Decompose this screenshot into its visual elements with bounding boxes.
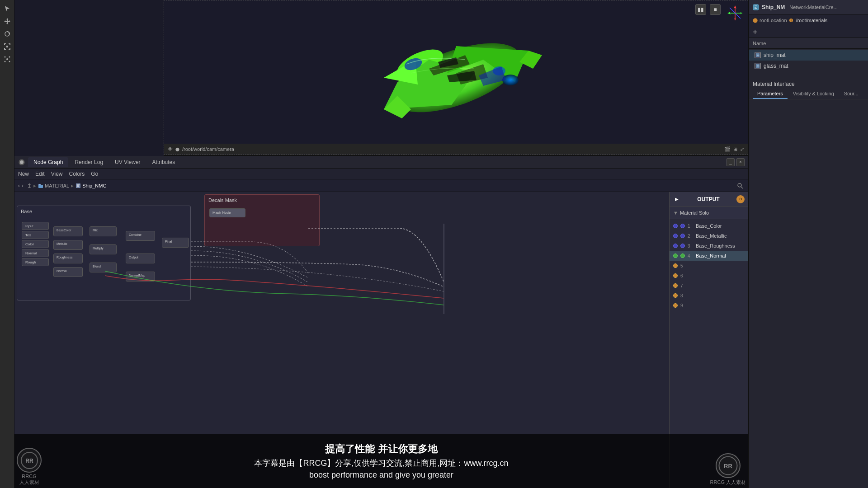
output-item-5[interactable]: 5 — [670, 261, 748, 271]
output-label-3: Base_Roughness — [696, 243, 735, 249]
output-item-1[interactable]: 1 Base_Color — [670, 221, 748, 231]
output-label-4: Base_Normal — [696, 253, 726, 258]
mini-node-4[interactable]: Normal — [22, 249, 49, 257]
breadcrumb-material-label: MATERIAL — [45, 183, 69, 188]
output-dot-2b — [680, 234, 685, 238]
output-dot-7 — [673, 283, 678, 288]
mini-node-10[interactable]: Mix — [90, 226, 117, 236]
svg-point-6 — [9, 61, 10, 62]
mini-node-14[interactable]: Output — [126, 253, 155, 263]
watermark-logo-right: RR — [716, 453, 741, 478]
tab-node-graph[interactable]: Node Graph — [28, 157, 68, 167]
subtitles-overlay: RR RRCG人人素材 提高了性能 并让你更多地 本字幕是由【RRCG】分享,仅… — [14, 434, 748, 488]
svg-point-3 — [4, 56, 5, 58]
tab-attributes[interactable]: Attributes — [147, 157, 181, 167]
mini-node-6[interactable]: BaseColor — [53, 226, 83, 236]
glass-mat-icon — [755, 63, 761, 69]
mini-node-2[interactable]: Tex — [22, 231, 49, 239]
root-location-label: rootLocation — [760, 18, 787, 23]
tab-render-log[interactable]: Render Log — [69, 157, 108, 167]
breadcrumb-ship-item[interactable]: Ship_NMC — [75, 183, 106, 188]
stop-button[interactable]: ■ — [710, 4, 721, 15]
tab-bar: Node Graph Render Log UV Viewer Attribut… — [14, 156, 748, 169]
left-toolbar — [0, 0, 14, 488]
mini-node-8[interactable]: Roughness — [53, 253, 83, 263]
select-tool-icon[interactable] — [2, 4, 12, 14]
material-solo-label: Material Solo — [680, 210, 709, 216]
subtitle-line-3: boost performance and give you greater — [309, 470, 453, 480]
ship-mat-icon — [755, 52, 761, 58]
svg-point-2 — [6, 58, 8, 60]
output-title: OUTPUT — [683, 196, 734, 202]
output-dot-4 — [673, 253, 678, 258]
output-dot-1b — [680, 224, 685, 228]
panel-close-icon[interactable]: × — [736, 158, 745, 166]
output-label-2: Base_Metallic — [696, 233, 726, 239]
svg-text:!: ! — [791, 19, 792, 22]
viewport-expand-icon[interactable]: ⤢ — [740, 146, 744, 152]
transform-tool-icon[interactable] — [2, 54, 12, 64]
mini-node-5[interactable]: Rough — [22, 258, 49, 266]
output-item-9[interactable]: 9 — [670, 300, 748, 310]
tab-source[interactable]: Sour... — [840, 89, 863, 99]
output-num-9: 9 — [680, 303, 686, 308]
material-interface-section: Material Interface Parameters Visibility… — [749, 78, 868, 99]
output-item-6[interactable]: 6 — [670, 271, 748, 281]
menu-view[interactable]: View — [51, 171, 63, 177]
ship-render — [339, 5, 574, 150]
mini-node-12[interactable]: Blend — [90, 263, 117, 272]
output-item-2[interactable]: 2 Base_Metallic — [670, 231, 748, 241]
scale-tool-icon[interactable] — [2, 42, 12, 52]
output-num-5: 5 — [680, 263, 686, 268]
viewport-controls: ▮▮ ■ — [695, 4, 721, 15]
tab-visibility-locking[interactable]: Visibility & Locking — [788, 89, 839, 99]
breadcrumb-search-icon[interactable] — [736, 181, 745, 190]
rotate-tool-icon[interactable] — [2, 29, 12, 39]
menu-new[interactable]: New — [18, 171, 29, 177]
mini-node-13[interactable]: Combine — [126, 231, 155, 241]
mini-node-7[interactable]: Metallic — [53, 240, 83, 250]
base-node-group: Base Input Tex Color Normal R — [17, 206, 191, 300]
mini-node-15[interactable]: NormalMap — [126, 272, 155, 282]
menu-bar: New Edit View Colors Go — [14, 169, 748, 179]
tab-parameters[interactable]: Parameters — [753, 89, 788, 99]
menu-go[interactable]: Go — [91, 171, 98, 177]
material-folder-icon — [38, 183, 43, 188]
output-num-1: 1 — [688, 224, 693, 229]
mini-node-9[interactable]: Normal — [53, 267, 83, 277]
svg-rect-31 — [38, 185, 43, 188]
output-num-6: 6 — [680, 273, 686, 278]
mini-node-16[interactable]: Final — [162, 238, 189, 248]
output-item-7[interactable]: 7 — [670, 281, 748, 291]
mini-node-3[interactable]: Color — [22, 240, 49, 248]
pause-button[interactable]: ▮▮ — [695, 4, 706, 15]
move-tool-icon[interactable] — [2, 16, 12, 26]
output-item-8[interactable]: 8 — [670, 291, 748, 300]
mini-node-1[interactable]: Input — [22, 222, 49, 230]
breadcrumb-forward-arrow[interactable]: › — [22, 183, 24, 189]
output-num-7: 7 — [680, 283, 686, 288]
decals-node[interactable]: Mask Node — [209, 208, 245, 217]
output-lamp-icon[interactable]: ⊙ — [736, 195, 745, 203]
add-material-button[interactable]: + — [753, 28, 758, 36]
right-panel-header: Ship_NM NetworkMaterialCre... — [749, 0, 868, 14]
breadcrumb-back-arrow[interactable]: ‹ — [18, 183, 20, 189]
menu-colors[interactable]: Colors — [69, 171, 85, 177]
mini-node-11[interactable]: Multiply — [90, 244, 117, 254]
panel-minimize-icon[interactable]: _ — [726, 158, 735, 166]
decals-group-label: Decals Mask — [208, 197, 237, 203]
output-item-4[interactable]: 4 Base_Normal — [670, 251, 748, 261]
material-item-glass[interactable]: glass_mat — [749, 61, 868, 71]
tab-uv-viewer[interactable]: UV Viewer — [109, 157, 146, 167]
material-item-ship[interactable]: ship_mat — [749, 50, 868, 61]
viewport-inner[interactable]: ▮▮ ■ 👁 ⬤ /root/world/cam/c — [164, 0, 748, 155]
breadcrumb-up-arrow[interactable]: ↥ — [27, 183, 32, 189]
output-play-button[interactable]: ▶ — [673, 196, 680, 203]
viewport-grid-icon[interactable]: ⊞ — [733, 146, 737, 152]
breadcrumb-sep1: ▸ — [33, 183, 36, 189]
menu-edit[interactable]: Edit — [35, 171, 45, 177]
output-item-3[interactable]: 3 Base_Roughness — [670, 241, 748, 251]
breadcrumb-material-item[interactable]: MATERIAL — [38, 183, 69, 188]
watermark-logo-left: RR — [17, 448, 42, 473]
viewport-capture-icon[interactable]: 🎬 — [724, 146, 731, 152]
